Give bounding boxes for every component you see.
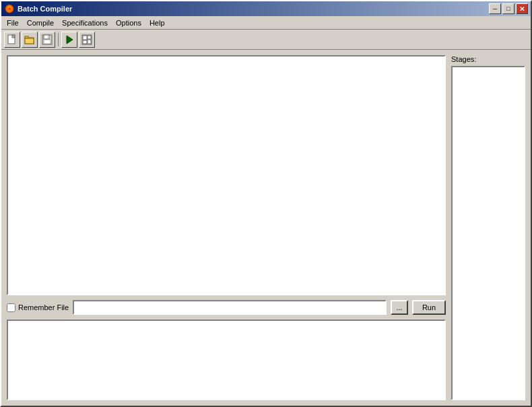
browse-button[interactable]: ...	[391, 300, 408, 315]
title-text: Batch Compiler	[18, 5, 72, 13]
svg-rect-15	[83, 40, 87, 44]
minimize-button[interactable]: ─	[489, 3, 501, 14]
menu-file-label: File	[7, 19, 19, 27]
stages-label: Stages:	[451, 55, 525, 63]
play-button[interactable]	[61, 32, 77, 48]
menu-help[interactable]: Help	[145, 17, 169, 28]
svg-rect-16	[88, 36, 91, 39]
svg-rect-11	[48, 36, 49, 38]
menu-bar: File Compile Specifications Options Help	[1, 16, 531, 30]
play-icon	[64, 34, 75, 45]
editor-panel: Remember File ... Run	[7, 55, 446, 400]
app-icon	[4, 3, 15, 14]
open-button[interactable]	[22, 32, 38, 48]
svg-rect-14	[83, 36, 87, 40]
maximize-button[interactable]: □	[502, 3, 514, 14]
save-icon	[42, 34, 53, 45]
svg-point-1	[8, 7, 11, 10]
new-button[interactable]	[4, 32, 20, 48]
file-row: Remember File ... Run	[7, 299, 446, 316]
svg-rect-17	[88, 40, 91, 44]
close-button[interactable]: ✕	[516, 3, 528, 14]
toolbar	[1, 30, 531, 50]
stages-panel: Stages:	[451, 55, 525, 400]
main-window: Batch Compiler ─ □ ✕ File Compile Specif…	[0, 0, 532, 407]
svg-rect-10	[44, 40, 51, 44]
new-icon	[7, 34, 18, 45]
menu-help-label: Help	[149, 19, 165, 27]
title-bar-left: Batch Compiler	[4, 3, 72, 14]
menu-specifications-label: Specifications	[62, 19, 108, 27]
menu-compile[interactable]: Compile	[23, 17, 58, 28]
editor-area[interactable]	[7, 55, 446, 295]
title-bar: Batch Compiler ─ □ ✕	[1, 1, 531, 16]
menu-options[interactable]: Options	[112, 17, 145, 28]
stages-list[interactable]	[451, 66, 525, 400]
title-buttons: ─ □ ✕	[489, 3, 528, 14]
save-button[interactable]	[39, 32, 55, 48]
open-icon	[24, 34, 35, 45]
output-area[interactable]	[7, 320, 446, 400]
remember-file-label: Remember File	[7, 303, 69, 312]
remember-file-text: Remember File	[18, 303, 69, 311]
menu-options-label: Options	[116, 19, 141, 27]
batch-icon	[81, 34, 92, 45]
svg-rect-7	[25, 38, 34, 44]
main-content: Remember File ... Run Stages:	[1, 50, 531, 406]
file-input[interactable]	[73, 300, 387, 315]
remember-file-checkbox[interactable]	[7, 303, 15, 312]
menu-specifications[interactable]: Specifications	[58, 17, 112, 28]
menu-file[interactable]: File	[3, 17, 23, 28]
svg-marker-12	[67, 36, 73, 44]
run-button[interactable]: Run	[412, 300, 446, 315]
toolbar-separator	[58, 33, 59, 46]
batch-button[interactable]	[79, 32, 95, 48]
menu-compile-label: Compile	[27, 19, 54, 27]
